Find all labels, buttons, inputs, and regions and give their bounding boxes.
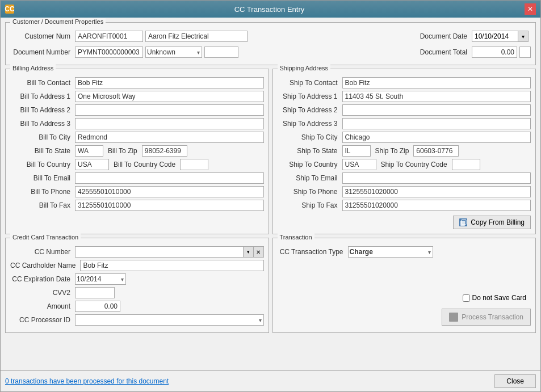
do-not-save-label: Do not Save Card [472, 294, 526, 302]
customer-name-input[interactable] [145, 31, 248, 42]
copy-from-billing-label: Copy From Billing [471, 218, 525, 226]
expiry-row: CC Expiration Date 10/2014 [10, 273, 264, 285]
bill-state-input[interactable] [75, 145, 103, 157]
document-date-row: Document Date ▾ [413, 31, 531, 42]
document-type-wrapper: Unknown Invoice Payment [145, 47, 202, 58]
bill-country-code-input[interactable] [180, 159, 208, 170]
bill-city-input[interactable] [75, 132, 264, 143]
close-footer-button[interactable]: Close [494, 374, 536, 388]
document-number-row: Document Number Unknown Invoice Payment [10, 47, 385, 58]
ship-city-label: Ship To City [278, 133, 340, 141]
shipping-section-title: Shipping Address [278, 65, 331, 71]
ship-phone-input[interactable] [342, 186, 531, 197]
processor-select[interactable] [75, 314, 264, 326]
bill-fax-input[interactable] [75, 200, 264, 211]
bill-phone-input[interactable] [75, 186, 264, 197]
ship-country-input[interactable] [342, 159, 376, 170]
document-number-input[interactable] [75, 47, 143, 58]
document-number-label: Document Number [10, 48, 73, 56]
ship-city-input[interactable] [342, 132, 531, 143]
ship-phone-label: Ship To Phone [278, 188, 340, 196]
ship-address1-input[interactable] [342, 91, 531, 102]
expiry-select[interactable]: 10/2014 [75, 273, 126, 285]
ship-address3-input[interactable] [342, 118, 531, 129]
main-content: Customer / Document Properties Customer … [1, 18, 540, 370]
cc-number-dropdown-button[interactable]: ▾ [243, 247, 253, 257]
ship-address2-input[interactable] [342, 104, 531, 116]
cardholder-row: CC Cardholder Name [10, 260, 264, 271]
processor-label: CC Processor ID [10, 316, 73, 324]
document-total-extra[interactable] [519, 47, 531, 58]
document-date-input[interactable] [472, 31, 518, 41]
transaction-section-title: Transaction [278, 234, 314, 241]
transaction-section: Transaction CC Transaction Type Charge R… [272, 238, 536, 333]
bill-address2-label: Bill To Address 2 [10, 106, 73, 114]
bill-email-label: Bill To Email [10, 174, 73, 182]
bill-contact-label: Bill To Contact [10, 79, 73, 87]
ship-state-input[interactable] [342, 145, 371, 157]
amount-input[interactable] [75, 301, 120, 312]
bill-address2-input[interactable] [75, 104, 264, 116]
cvv-label: CVV2 [10, 289, 73, 297]
ship-fax-input[interactable] [342, 200, 531, 211]
bill-country-input[interactable] [75, 159, 109, 170]
document-total-input[interactable] [472, 47, 517, 58]
process-transaction-button[interactable]: Process Transaction [442, 309, 531, 326]
ship-zip-label: Ship To Zip [375, 147, 409, 155]
bill-address3-input[interactable] [75, 118, 264, 129]
cc-number-row: CC Number ▾ ✕ [10, 246, 264, 258]
bill-country-label: Bill To Country [10, 161, 73, 168]
ship-country-code-input[interactable] [452, 159, 480, 170]
cc-number-input[interactable] [76, 247, 243, 257]
svg-rect-0 [460, 221, 465, 226]
cc-section-title: Credit Card Transaction [10, 234, 81, 241]
customer-section: Customer / Document Properties Customer … [5, 22, 536, 65]
amount-label: Amount [10, 302, 73, 310]
bill-address1-input[interactable] [75, 91, 264, 102]
ship-email-label: Ship To Email [278, 174, 340, 182]
copy-from-billing-button[interactable]: Copy From Billing [453, 216, 531, 229]
bill-country-code-label: Bill To Country Code [114, 161, 175, 168]
bill-city-label: Bill To City [10, 133, 73, 141]
do-not-save-checkbox[interactable] [463, 294, 470, 302]
amount-row: Amount [10, 301, 264, 312]
cc-number-clear-button[interactable]: ✕ [253, 247, 263, 257]
bill-state-label: Bill To State [10, 147, 73, 155]
ship-country-label: Ship To Country [278, 161, 340, 168]
bill-zip-input[interactable] [142, 145, 187, 157]
ship-address1-label: Ship To Address 1 [278, 92, 340, 100]
ship-fax-label: Ship To Fax [278, 201, 340, 209]
ship-address2-label: Ship To Address 2 [278, 106, 340, 114]
process-transaction-label: Process Transaction [462, 313, 523, 321]
cardholder-label: CC Cardholder Name [10, 262, 78, 269]
footer: 0 transactions have been processed for t… [1, 370, 540, 391]
transactions-processed-link[interactable]: 0 transactions have been processed for t… [5, 377, 169, 385]
ship-zip-input[interactable] [413, 145, 459, 157]
customer-section-title: Customer / Document Properties [10, 18, 106, 25]
address-sections: Billing Address Bill To Contact Bill To … [5, 69, 536, 234]
customer-num-input[interactable] [75, 31, 143, 42]
transaction-type-select[interactable]: Charge Refund Void [348, 246, 433, 258]
bill-email-input[interactable] [75, 172, 264, 184]
transaction-type-row: CC Transaction Type Charge Refund Void [278, 246, 531, 258]
document-date-wrapper: ▾ [472, 31, 529, 42]
document-extra-input[interactable] [204, 47, 238, 58]
document-total-label: Document Total [413, 48, 469, 56]
cvv-input[interactable] [75, 287, 115, 298]
bottom-sections: Credit Card Transaction CC Number ▾ ✕ CC… [5, 238, 536, 333]
document-type-select[interactable]: Unknown Invoice Payment [145, 47, 202, 58]
ship-email-input[interactable] [342, 172, 531, 184]
ship-address3-label: Ship To Address 3 [278, 120, 340, 128]
cardholder-input[interactable] [80, 260, 263, 271]
cc-section: Credit Card Transaction CC Number ▾ ✕ CC… [5, 238, 269, 333]
transaction-type-label: CC Transaction Type [278, 248, 346, 256]
document-total-row: Document Total [413, 47, 531, 58]
cc-number-label: CC Number [10, 248, 73, 256]
ship-contact-input[interactable] [342, 77, 531, 88]
window-close-button[interactable]: ✕ [525, 3, 536, 15]
shipping-section: Shipping Address Ship To Contact Ship To… [272, 69, 536, 234]
document-date-picker-button[interactable]: ▾ [518, 31, 528, 41]
cvv-row: CVV2 [10, 287, 264, 298]
bill-contact-input[interactable] [75, 77, 264, 88]
window-title: CC Transaction Entry [14, 5, 525, 14]
